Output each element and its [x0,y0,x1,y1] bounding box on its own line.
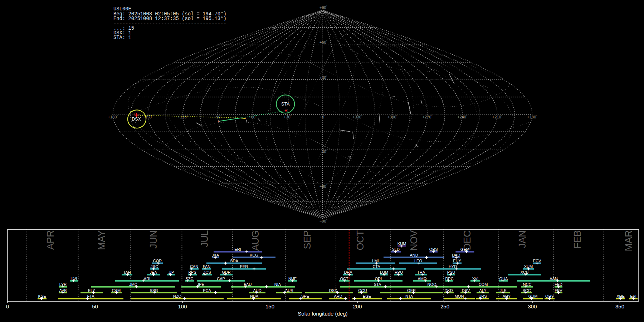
svg-text:DAD: DAD [452,253,460,257]
svg-text:XCB: XCB [521,270,529,274]
svg-text:ELY: ELY [88,288,96,293]
svg-text:AVB: AVB [59,288,67,293]
svg-text:+90°: +90° [319,5,327,10]
svg-text:+210°: +210° [492,114,502,119]
svg-text:PAU: PAU [244,282,252,287]
svg-text:350: 350 [615,303,624,309]
svg-text:SCC: SCC [522,288,531,293]
svg-text:OER: OER [407,288,416,293]
svg-text:LEO: LEO [414,259,422,263]
svg-text:50: 50 [92,303,98,309]
svg-text:ARI: ARI [144,277,150,281]
svg-text:+270°: +270° [423,114,433,119]
svg-text:JLE: JLE [500,288,507,293]
svg-text:+30°: +30° [284,114,292,119]
svg-text:JMC: JMC [129,282,137,287]
svg-text:SZC: SZC [186,277,194,281]
svg-text:ORI: ORI [375,277,382,281]
svg-text:NUE: NUE [288,277,297,281]
svg-text:−60°: −60° [319,184,327,189]
svg-text:AUD: AUD [253,288,261,293]
svg-text:+60°: +60° [249,114,257,119]
svg-text:AUR: AUR [285,288,293,293]
svg-text:SPE: SPE [301,294,309,298]
svg-text:SSG: SSG [150,288,158,293]
svg-text:−30°: −30° [319,149,327,154]
svg-text:QUA: QUA [499,277,508,281]
svg-text:CQR: CQR [153,259,162,263]
svg-text:XVI: XVI [472,277,479,281]
svg-text:TAH: TAH [123,270,131,274]
svg-text:PSU: PSU [447,270,455,274]
svg-text:CAP: CAP [217,277,225,281]
svg-text:ECV: ECV [533,259,541,263]
svg-text:PCA: PCA [203,288,211,293]
svg-text:APR: APR [45,230,56,250]
svg-text:JEA: JEA [150,270,157,274]
svg-text:MAR: MAR [623,230,634,252]
svg-text:GEM: GEM [460,247,469,252]
svg-text:ZCS: ZCS [203,270,211,274]
svg-text:FEB: FEB [572,230,583,249]
svg-text:URS: URS [478,294,487,298]
svg-text:GDR: GDR [222,270,231,274]
svg-text:NZC: NZC [173,294,181,298]
svg-text:CTA: CTA [372,264,380,269]
svg-text:MON: MON [455,294,464,298]
svg-text:DRA: DRA [344,270,352,274]
svg-text:HVI: HVI [70,277,77,281]
svg-text:200: 200 [353,303,362,309]
svg-text:CAM: CAM [112,288,121,293]
svg-text:LUM: LUM [380,270,388,274]
svg-text:COM: COM [479,282,488,287]
svg-text:AND: AND [410,253,418,257]
svg-text:OCT: OCT [355,230,366,250]
svg-text:STA: 1: STA: 1 [113,35,131,40]
svg-text:JRC: JRC [151,264,158,269]
svg-text:DKD: DKD [444,288,453,293]
svg-text:+240°: +240° [457,114,467,119]
svg-text:NCC: NCC [523,282,532,287]
svg-text:+90°: +90° [214,114,222,119]
svg-text:ALY: ALY [479,288,487,293]
svg-text:+180°: +180° [108,114,118,119]
svg-text:SDA: SDA [230,259,238,263]
svg-text:DSV: DSV [462,288,470,293]
svg-text:HYD: HYD [449,264,457,269]
svg-text:EVI: EVI [630,294,636,298]
svg-text:NIA: NIA [274,282,281,287]
svg-text:JXA: JXA [212,253,219,257]
svg-text:EHY: EHY [453,259,461,263]
svg-text:LYR: LYR [59,282,67,287]
svg-text:DPC: DPC [445,277,453,281]
svg-text:STA: STA [374,282,381,287]
svg-text:NOV: NOV [409,230,419,251]
svg-text:GUM: GUM [528,294,538,298]
svg-text:KUM: KUM [397,241,406,246]
svg-text:+120°: +120° [178,114,188,119]
svg-text:100: 100 [178,303,187,309]
svg-text:ARD: ARD [334,294,342,298]
svg-text:+330°: +330° [352,114,362,119]
svg-text:AMO: AMO [418,277,427,281]
svg-text:AAN: AAN [550,277,558,281]
svg-text:DSX: DSX [132,117,141,122]
svg-text:JAN: JAN [517,230,528,248]
svg-text:FED: FED [555,282,562,287]
svg-text:CAN: CAN [190,264,198,269]
svg-text:NOO: NOO [427,282,436,287]
svg-text:AHY: AHY [503,294,511,298]
svg-text:SEP: SEP [302,230,313,249]
svg-text:+300°: +300° [387,114,397,119]
svg-text:OCU: OCU [358,288,367,293]
svg-text:JUN: JUN [148,230,159,249]
svg-text:MAY: MAY [96,230,107,250]
svg-text:OHY: OHY [545,294,554,298]
svg-text:JUL: JUL [199,230,210,247]
svg-text:PER: PER [240,264,248,269]
svg-text:ERI: ERI [234,247,241,252]
svg-text:EGE: EGE [363,294,371,298]
svg-text:PPS: PPS [188,270,196,274]
svg-text:RPU: RPU [395,270,403,274]
svg-text:+180°: +180° [527,114,537,119]
